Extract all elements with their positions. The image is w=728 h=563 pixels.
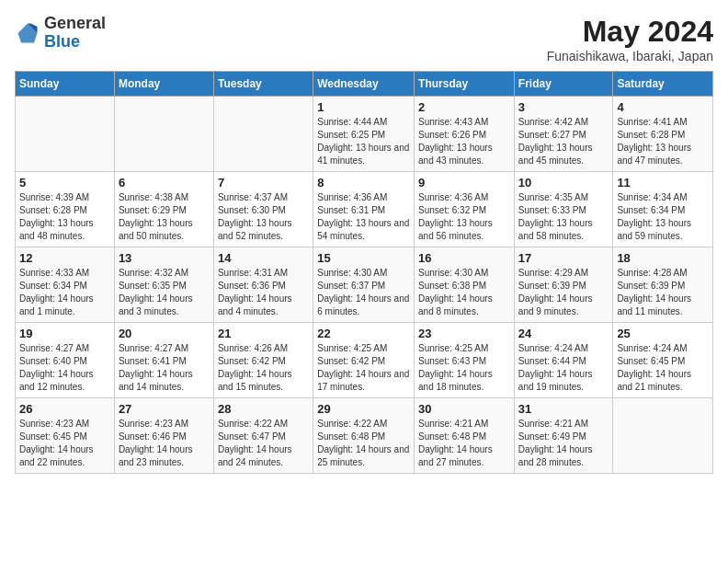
day-info: Sunrise: 4:22 AM Sunset: 6:48 PM Dayligh… xyxy=(317,418,410,469)
calendar-cell: 17Sunrise: 4:29 AM Sunset: 6:39 PM Dayli… xyxy=(514,247,613,323)
day-info: Sunrise: 4:41 AM Sunset: 6:28 PM Dayligh… xyxy=(617,116,709,167)
day-number: 29 xyxy=(317,402,410,416)
day-info: Sunrise: 4:35 AM Sunset: 6:33 PM Dayligh… xyxy=(518,191,609,243)
calendar-cell: 6Sunrise: 4:38 AM Sunset: 6:29 PM Daylig… xyxy=(114,172,213,247)
calendar-cell: 13Sunrise: 4:32 AM Sunset: 6:35 PM Dayli… xyxy=(114,247,213,323)
day-info: Sunrise: 4:30 AM Sunset: 6:38 PM Dayligh… xyxy=(418,267,510,318)
day-info: Sunrise: 4:21 AM Sunset: 6:49 PM Dayligh… xyxy=(518,418,609,469)
day-number: 21 xyxy=(218,327,309,340)
calendar-cell: 30Sunrise: 4:21 AM Sunset: 6:48 PM Dayli… xyxy=(415,398,515,474)
calendar-cell: 21Sunrise: 4:26 AM Sunset: 6:42 PM Dayli… xyxy=(213,323,313,398)
calendar-cell: 23Sunrise: 4:25 AM Sunset: 6:43 PM Dayli… xyxy=(415,323,515,398)
location: Funaishikawa, Ibaraki, Japan xyxy=(547,49,713,63)
logo-general-text: General xyxy=(44,14,106,32)
day-number: 24 xyxy=(518,327,609,340)
calendar-cell: 12Sunrise: 4:33 AM Sunset: 6:34 PM Dayli… xyxy=(16,247,115,323)
day-number: 20 xyxy=(119,327,210,340)
day-number: 6 xyxy=(119,176,210,190)
day-number: 14 xyxy=(218,251,309,265)
day-info: Sunrise: 4:30 AM Sunset: 6:37 PM Dayligh… xyxy=(317,267,410,318)
day-number: 18 xyxy=(617,251,709,265)
calendar-cell: 18Sunrise: 4:28 AM Sunset: 6:39 PM Dayli… xyxy=(613,247,713,323)
day-info: Sunrise: 4:43 AM Sunset: 6:26 PM Dayligh… xyxy=(418,116,510,167)
day-info: Sunrise: 4:24 AM Sunset: 6:45 PM Dayligh… xyxy=(617,342,709,394)
header-day-tuesday: Tuesday xyxy=(213,72,313,97)
logo-blue-text: Blue xyxy=(44,32,80,51)
day-info: Sunrise: 4:32 AM Sunset: 6:35 PM Dayligh… xyxy=(119,267,210,318)
day-info: Sunrise: 4:24 AM Sunset: 6:44 PM Dayligh… xyxy=(518,342,609,394)
header-day-wednesday: Wednesday xyxy=(313,72,415,97)
day-number: 10 xyxy=(518,176,609,190)
header-day-sunday: Sunday xyxy=(16,72,115,97)
day-number: 4 xyxy=(617,100,709,114)
day-number: 27 xyxy=(119,402,210,416)
day-info: Sunrise: 4:29 AM Sunset: 6:39 PM Dayligh… xyxy=(518,267,609,318)
day-info: Sunrise: 4:26 AM Sunset: 6:42 PM Dayligh… xyxy=(218,342,309,394)
calendar-cell: 20Sunrise: 4:27 AM Sunset: 6:41 PM Dayli… xyxy=(114,323,213,398)
calendar-cell: 7Sunrise: 4:37 AM Sunset: 6:30 PM Daylig… xyxy=(213,172,313,247)
day-info: Sunrise: 4:25 AM Sunset: 6:43 PM Dayligh… xyxy=(418,342,510,394)
calendar-cell: 2Sunrise: 4:43 AM Sunset: 6:26 PM Daylig… xyxy=(415,97,515,172)
calendar-body: 1Sunrise: 4:44 AM Sunset: 6:25 PM Daylig… xyxy=(16,97,713,474)
calendar-cell: 25Sunrise: 4:24 AM Sunset: 6:45 PM Dayli… xyxy=(613,323,713,398)
calendar-cell: 10Sunrise: 4:35 AM Sunset: 6:33 PM Dayli… xyxy=(514,172,613,247)
calendar-cell: 16Sunrise: 4:30 AM Sunset: 6:38 PM Dayli… xyxy=(415,247,515,323)
day-info: Sunrise: 4:23 AM Sunset: 6:46 PM Dayligh… xyxy=(119,418,210,469)
logo: General Blue xyxy=(15,15,106,52)
calendar-header: SundayMondayTuesdayWednesdayThursdayFrid… xyxy=(16,72,713,97)
calendar-cell: 4Sunrise: 4:41 AM Sunset: 6:28 PM Daylig… xyxy=(613,97,713,172)
calendar-cell: 5Sunrise: 4:39 AM Sunset: 6:28 PM Daylig… xyxy=(16,172,115,247)
day-info: Sunrise: 4:25 AM Sunset: 6:42 PM Dayligh… xyxy=(317,342,410,394)
calendar-cell: 28Sunrise: 4:22 AM Sunset: 6:47 PM Dayli… xyxy=(213,398,313,474)
day-info: Sunrise: 4:36 AM Sunset: 6:32 PM Dayligh… xyxy=(418,191,510,243)
day-number: 13 xyxy=(119,251,210,265)
week-row-2: 12Sunrise: 4:33 AM Sunset: 6:34 PM Dayli… xyxy=(16,247,713,323)
header-day-saturday: Saturday xyxy=(613,72,713,97)
calendar-cell: 9Sunrise: 4:36 AM Sunset: 6:32 PM Daylig… xyxy=(415,172,515,247)
calendar-cell: 14Sunrise: 4:31 AM Sunset: 6:36 PM Dayli… xyxy=(213,247,313,323)
header-day-monday: Monday xyxy=(114,72,213,97)
calendar-cell: 3Sunrise: 4:42 AM Sunset: 6:27 PM Daylig… xyxy=(514,97,613,172)
day-number: 11 xyxy=(617,176,709,190)
day-number: 16 xyxy=(418,251,510,265)
month-year: May 2024 xyxy=(547,15,713,49)
day-info: Sunrise: 4:38 AM Sunset: 6:29 PM Dayligh… xyxy=(119,191,210,243)
day-number: 9 xyxy=(418,176,510,190)
day-number: 3 xyxy=(518,100,609,114)
week-row-0: 1Sunrise: 4:44 AM Sunset: 6:25 PM Daylig… xyxy=(16,97,713,172)
day-number: 23 xyxy=(418,327,510,340)
calendar-cell xyxy=(613,398,713,474)
day-number: 1 xyxy=(317,100,410,114)
day-info: Sunrise: 4:22 AM Sunset: 6:47 PM Dayligh… xyxy=(218,418,309,469)
day-info: Sunrise: 4:28 AM Sunset: 6:39 PM Dayligh… xyxy=(617,267,709,318)
day-info: Sunrise: 4:23 AM Sunset: 6:45 PM Dayligh… xyxy=(19,418,110,469)
day-info: Sunrise: 4:34 AM Sunset: 6:34 PM Dayligh… xyxy=(617,191,709,243)
day-number: 22 xyxy=(317,327,410,340)
day-info: Sunrise: 4:33 AM Sunset: 6:34 PM Dayligh… xyxy=(19,267,110,318)
day-number: 12 xyxy=(19,251,110,265)
week-row-4: 26Sunrise: 4:23 AM Sunset: 6:45 PM Dayli… xyxy=(16,398,713,474)
day-info: Sunrise: 4:21 AM Sunset: 6:48 PM Dayligh… xyxy=(418,418,510,469)
day-number: 25 xyxy=(617,327,709,340)
header: General Blue May 2024 Funaishikawa, Ibar… xyxy=(15,15,713,63)
day-info: Sunrise: 4:27 AM Sunset: 6:41 PM Dayligh… xyxy=(119,342,210,394)
calendar-cell: 29Sunrise: 4:22 AM Sunset: 6:48 PM Dayli… xyxy=(313,398,415,474)
header-row: SundayMondayTuesdayWednesdayThursdayFrid… xyxy=(16,72,713,97)
day-info: Sunrise: 4:39 AM Sunset: 6:28 PM Dayligh… xyxy=(19,191,110,243)
calendar-cell: 27Sunrise: 4:23 AM Sunset: 6:46 PM Dayli… xyxy=(114,398,213,474)
title-block: May 2024 Funaishikawa, Ibaraki, Japan xyxy=(547,15,713,63)
calendar-cell: 31Sunrise: 4:21 AM Sunset: 6:49 PM Dayli… xyxy=(514,398,613,474)
day-info: Sunrise: 4:36 AM Sunset: 6:31 PM Dayligh… xyxy=(317,191,410,243)
week-row-3: 19Sunrise: 4:27 AM Sunset: 6:40 PM Dayli… xyxy=(16,323,713,398)
calendar-cell: 26Sunrise: 4:23 AM Sunset: 6:45 PM Dayli… xyxy=(16,398,115,474)
day-info: Sunrise: 4:37 AM Sunset: 6:30 PM Dayligh… xyxy=(218,191,309,243)
day-number: 5 xyxy=(19,176,110,190)
day-info: Sunrise: 4:44 AM Sunset: 6:25 PM Dayligh… xyxy=(317,116,410,167)
calendar-cell: 11Sunrise: 4:34 AM Sunset: 6:34 PM Dayli… xyxy=(613,172,713,247)
day-number: 15 xyxy=(317,251,410,265)
day-number: 28 xyxy=(218,402,309,416)
day-number: 30 xyxy=(418,402,510,416)
calendar-cell: 15Sunrise: 4:30 AM Sunset: 6:37 PM Dayli… xyxy=(313,247,415,323)
day-info: Sunrise: 4:27 AM Sunset: 6:40 PM Dayligh… xyxy=(19,342,110,394)
calendar-cell: 1Sunrise: 4:44 AM Sunset: 6:25 PM Daylig… xyxy=(313,97,415,172)
